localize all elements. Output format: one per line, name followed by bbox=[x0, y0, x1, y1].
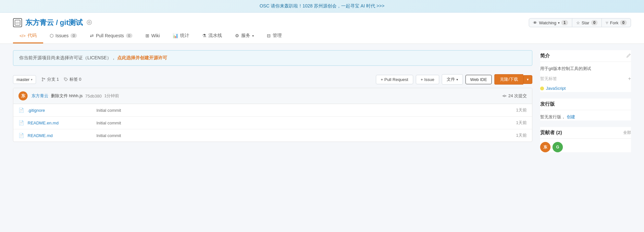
pr-icon: ⇄ bbox=[90, 33, 94, 38]
fork-icon: ⑂ bbox=[606, 20, 608, 25]
file-time: 1天前 bbox=[501, 107, 527, 113]
clone-dropdown-button[interactable]: ▾ bbox=[523, 75, 532, 84]
branch-icon bbox=[41, 77, 46, 82]
tab-manage[interactable]: ⊟ 管理 bbox=[260, 29, 288, 43]
content-right: 简介 用于git版本控制工具的测试 暂无标签 + JavaScript bbox=[540, 50, 631, 159]
svg-point-2 bbox=[87, 20, 92, 25]
contributor-avatars: 东 G bbox=[540, 142, 631, 152]
license-notice-text: 你当前开源项目尚未选择许可证（LICENSE）， bbox=[19, 55, 116, 60]
banner-link[interactable]: OSC 请你来轰趴啦！1028 苏州源创会，一起寻宝 AI 时代 >>> bbox=[260, 3, 385, 8]
main-content: 你当前开源项目尚未选择许可证（LICENSE）， 点此选择并创建开源许可 mas… bbox=[0, 44, 644, 165]
file-icon: 📄 bbox=[19, 108, 24, 113]
tab-stats[interactable]: 📊 统计 bbox=[166, 29, 196, 43]
wiki-icon: ⊞ bbox=[145, 33, 149, 38]
sidebar-release-section: 发行版 暂无发行版， 创建 bbox=[540, 99, 631, 121]
repo-nav: </> 代码 ⬡ Issues 0 ⇄ Pull Requests 0 ⊞ Wi… bbox=[13, 28, 631, 43]
star-icon: ☆ bbox=[576, 20, 580, 25]
file-icon: 📄 bbox=[19, 133, 24, 138]
tab-wiki-label: Wiki bbox=[151, 33, 160, 38]
commit-count-icon bbox=[502, 94, 507, 98]
license-notice-link[interactable]: 点此选择并创建开源许可 bbox=[117, 55, 167, 60]
webide-button[interactable]: Web IDE bbox=[465, 75, 492, 84]
pull-request-button[interactable]: + Pull Request bbox=[376, 75, 413, 84]
tab-pr-label: Pull Requests bbox=[96, 33, 124, 38]
services-icon: ⚙ bbox=[235, 33, 239, 38]
commit-time: 1分钟前 bbox=[104, 93, 119, 99]
tab-stats-label: 统计 bbox=[180, 33, 189, 39]
star-label: Star bbox=[582, 20, 589, 25]
file-table: 东 东方青云 删除文件 hhhh.js 75db380 1分钟前 24 次提交 bbox=[13, 88, 532, 142]
fork-label: Fork bbox=[610, 20, 618, 25]
file-icon: 📄 bbox=[19, 120, 24, 125]
commit-info: 东方青云 删除文件 hhhh.js 75db380 1分钟前 bbox=[31, 93, 498, 99]
file-table-header: 东 东方青云 删除文件 hhhh.js 75db380 1分钟前 24 次提交 bbox=[13, 88, 532, 104]
sidebar-release-header: 发行版 bbox=[540, 99, 631, 110]
svg-point-4 bbox=[42, 78, 43, 79]
repo-title-row: </> 东方青云 / git测试 👁 Watching ▾ 1 bbox=[13, 13, 631, 28]
svg-text:</>: </> bbox=[15, 21, 19, 25]
clone-main-button[interactable]: 克隆/下载 bbox=[494, 74, 523, 85]
svg-point-3 bbox=[89, 22, 90, 23]
language-dot bbox=[540, 87, 544, 90]
repo-type-icon: </> bbox=[13, 18, 22, 27]
contributor-avatar-2[interactable]: G bbox=[552, 142, 563, 152]
watching-label: Watching bbox=[539, 20, 556, 25]
branch-dropdown-arrow: ▾ bbox=[31, 78, 32, 81]
pr-badge: 0 bbox=[126, 33, 132, 38]
file-button[interactable]: 文件 ▾ bbox=[442, 74, 463, 85]
sidebar-intro-section: 简介 用于git版本控制工具的测试 暂无标签 + JavaScript bbox=[540, 50, 631, 92]
sidebar-language-label[interactable]: JavaScript bbox=[546, 85, 566, 92]
repo-name[interactable]: git测试 bbox=[60, 18, 83, 27]
sidebar-description: 用于git版本控制工具的测试 bbox=[540, 65, 631, 72]
branch-bar-right: + Pull Request + Issue 文件 ▾ Web IDE 克隆/下… bbox=[376, 74, 532, 85]
commit-hash[interactable]: 75db380 bbox=[85, 94, 102, 99]
watching-dropdown-arrow: ▾ bbox=[558, 21, 560, 25]
watching-button[interactable]: 👁 Watching ▾ 1 bbox=[529, 18, 572, 27]
tab-code-label: 代码 bbox=[28, 33, 37, 39]
sidebar-create-release-link[interactable]: 创建 bbox=[567, 114, 575, 119]
sidebar-edit-icon[interactable] bbox=[626, 53, 631, 59]
tab-pipeline[interactable]: ⚗ 流水线 bbox=[196, 29, 229, 43]
tab-wiki[interactable]: ⊞ Wiki bbox=[139, 29, 166, 43]
repo-title-left: </> 东方青云 / git测试 bbox=[13, 18, 93, 28]
manage-icon: ⊟ bbox=[267, 33, 271, 38]
table-row: 📄 .gitignore Initial commit 1天前 bbox=[13, 104, 532, 117]
contributors-all-link[interactable]: 全部 bbox=[623, 130, 631, 135]
file-name[interactable]: README.md bbox=[28, 133, 93, 138]
star-button[interactable]: ☆ Star 0 bbox=[572, 18, 602, 27]
file-time: 1天前 bbox=[501, 133, 527, 138]
repo-full-name[interactable]: 东方青云 / git测试 bbox=[25, 18, 83, 28]
branch-selector[interactable]: master ▾ bbox=[13, 75, 36, 84]
tab-issues[interactable]: ⬡ Issues 0 bbox=[43, 29, 84, 43]
commit-count[interactable]: 24 次提交 bbox=[502, 93, 527, 99]
clone-button-group: 克隆/下载 ▾ bbox=[494, 74, 532, 85]
repo-separator: / bbox=[56, 18, 60, 27]
services-dropdown-icon: ▾ bbox=[252, 34, 254, 38]
repo-header: </> 东方青云 / git测试 👁 Watching ▾ 1 bbox=[0, 13, 644, 44]
fork-count: 0 bbox=[620, 20, 627, 25]
issue-button[interactable]: + Issue bbox=[416, 75, 439, 84]
svg-point-9 bbox=[503, 95, 505, 97]
tab-pipeline-label: 流水线 bbox=[208, 33, 222, 39]
branch-count-label: 分支 1 bbox=[47, 76, 59, 82]
file-name[interactable]: README.en.md bbox=[28, 121, 93, 125]
file-btn-label: 文件 bbox=[447, 77, 455, 82]
file-name[interactable]: .gitignore bbox=[28, 108, 93, 113]
file-commit: Initial commit bbox=[96, 121, 497, 125]
repo-settings-icon[interactable] bbox=[86, 19, 93, 26]
tab-pullrequests[interactable]: ⇄ Pull Requests 0 bbox=[83, 29, 139, 43]
sidebar-add-tag-icon[interactable]: + bbox=[628, 74, 631, 83]
repo-owner[interactable]: 东方青云 bbox=[25, 18, 54, 27]
fork-button[interactable]: ⑂ Fork 0 bbox=[602, 18, 631, 27]
tab-code[interactable]: </> 代码 bbox=[13, 29, 43, 43]
tag-count-label: 标签 0 bbox=[69, 76, 81, 82]
commit-author[interactable]: 东方青云 bbox=[31, 93, 48, 99]
table-row: 📄 README.md Initial commit 1天前 bbox=[13, 129, 532, 142]
star-count: 0 bbox=[591, 20, 598, 25]
contributor-avatar-1[interactable]: 东 bbox=[540, 142, 551, 152]
table-row: 📄 README.en.md Initial commit 1天前 bbox=[13, 117, 532, 129]
eye-icon: 👁 bbox=[533, 20, 537, 25]
contributors-title: 贡献者 (2) bbox=[540, 130, 562, 136]
content-left: 你当前开源项目尚未选择许可证（LICENSE）， 点此选择并创建开源许可 mas… bbox=[13, 50, 532, 159]
tab-services[interactable]: ⚙ 服务 ▾ bbox=[229, 29, 260, 43]
